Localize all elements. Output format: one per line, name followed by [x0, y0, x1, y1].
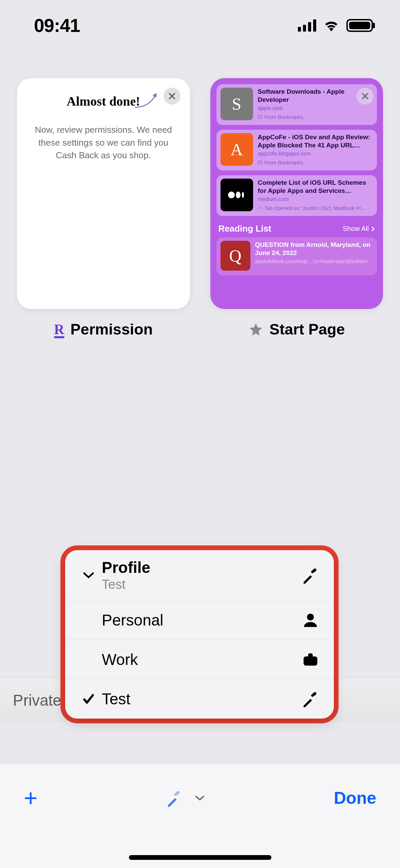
card-title: Software Downloads - Apple Developer: [258, 88, 373, 104]
card-domain: apple.com: [258, 105, 373, 111]
site-icon: S: [221, 88, 253, 120]
close-tab-button[interactable]: [164, 88, 180, 105]
private-pill[interactable]: Private: [13, 691, 61, 709]
profile-item-label: Work: [102, 650, 301, 669]
battery-icon: [346, 19, 373, 32]
card-domain: apstylebook.com/sear…ry=head+start&butto…: [255, 258, 373, 265]
profile-item-label: Personal: [102, 611, 301, 629]
profile-menu-header[interactable]: Profile Test: [65, 550, 334, 600]
close-tab-button[interactable]: [357, 88, 374, 105]
card-domain: appcofe.blogspot.com: [258, 151, 373, 157]
site-icon: [221, 179, 253, 211]
bottom-toolbar: + Done: [0, 764, 400, 868]
thumb-body: Now, review permissions. We need these s…: [27, 124, 180, 162]
check-icon: [82, 692, 95, 705]
profile-menu: Profile Test Personal Work Test: [65, 550, 334, 719]
card-domain: medium.com: [258, 196, 373, 202]
profile-menu-title: Profile Test: [102, 558, 301, 592]
startpage-card[interactable]: Q QUESTION from Arnold, Maryland, on Jun…: [216, 237, 377, 275]
tab-card[interactable]: Almost done! Now, review permissions. We…: [17, 78, 190, 338]
svg-point-4: [242, 192, 244, 198]
profile-item-test[interactable]: Test: [65, 679, 334, 719]
tab-label-text: Start Page: [269, 321, 345, 338]
status-time: 09:41: [34, 15, 80, 36]
svg-point-3: [236, 192, 241, 198]
chevron-down-icon: [83, 572, 94, 579]
reading-list-title: Reading List: [218, 223, 271, 234]
svg-rect-1: [258, 161, 262, 164]
startpage-card[interactable]: Complete List of iOS URL Schemes for App…: [216, 175, 377, 216]
site-icon: Q: [221, 241, 250, 271]
tab-thumbnail[interactable]: S Software Downloads - Apple Developer a…: [210, 78, 383, 309]
card-title: AppCoFe - iOS Dev and App Review: Apple …: [258, 133, 373, 149]
svg-rect-8: [304, 656, 318, 666]
reading-list-header: Reading List Show All: [216, 221, 377, 237]
profile-item-work[interactable]: Work: [65, 640, 334, 679]
status-icons: [298, 19, 373, 32]
profile-menu-subtitle: Test: [102, 577, 301, 592]
show-all-link[interactable]: Show All: [343, 225, 375, 233]
highlight-annotation: Profile Test Personal Work Test: [60, 545, 339, 723]
profile-switcher[interactable]: [166, 789, 206, 808]
briefcase-icon: [301, 650, 320, 669]
wifi-icon: [324, 20, 339, 32]
chevron-down-icon: [194, 794, 206, 802]
startpage-card[interactable]: A AppCoFe - iOS Dev and App Review: Appl…: [216, 130, 377, 170]
tab-card[interactable]: S Software Downloads - Apple Developer a…: [210, 78, 383, 338]
card-title: QUESTION from Arnold, Maryland, on June …: [255, 241, 373, 257]
tab-label: Start Page: [248, 321, 345, 338]
site-icon: A: [221, 133, 253, 166]
tab-label-text: Permission: [71, 321, 153, 338]
tab-grid: Almost done! Now, review permissions. We…: [17, 78, 383, 338]
card-meta: Tab Opened on "Justin's 2021 MacBook Pr…: [258, 205, 373, 211]
tab-label: R Permission: [54, 321, 153, 338]
profile-item-personal[interactable]: Personal: [65, 600, 334, 640]
svg-point-2: [228, 192, 235, 198]
done-button[interactable]: Done: [334, 788, 376, 808]
profile-item-label: Test: [102, 690, 301, 708]
tab-thumbnail[interactable]: Almost done! Now, review permissions. We…: [17, 78, 190, 309]
home-indicator: [129, 855, 271, 860]
decorative-swoop-icon: [134, 92, 161, 109]
svg-point-7: [307, 613, 314, 620]
startpage-card[interactable]: S Software Downloads - Apple Developer a…: [216, 84, 377, 125]
card-title: Complete List of iOS URL Schemes for App…: [258, 179, 373, 195]
star-icon: [248, 322, 263, 337]
svg-rect-0: [258, 115, 262, 118]
hammer-icon: [301, 690, 320, 708]
hammer-icon: [301, 566, 320, 584]
card-meta: From Bookmarks: [258, 114, 373, 120]
rakuten-icon: R: [54, 321, 64, 338]
new-tab-button[interactable]: +: [24, 784, 38, 812]
card-meta: From Bookmarks: [258, 160, 373, 165]
status-bar: 09:41: [0, 0, 400, 51]
person-icon: [301, 611, 320, 629]
cellular-icon: [298, 19, 316, 32]
hammer-icon: [166, 789, 185, 808]
